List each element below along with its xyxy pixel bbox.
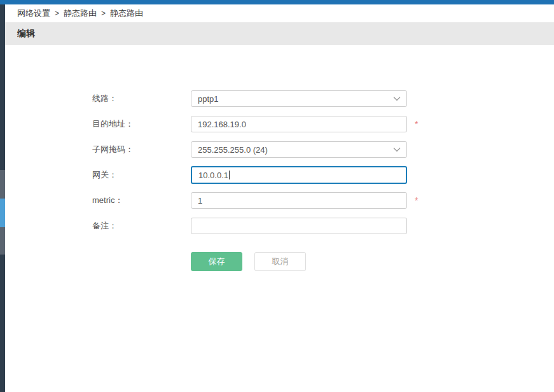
form-actions: 保存 取消: [5, 252, 554, 271]
breadcrumb-separator: >: [55, 9, 59, 18]
netmask-label: 子网掩码：: [92, 144, 191, 155]
sidebar-item-collapsed[interactable]: [0, 227, 5, 255]
text-cursor: [229, 171, 230, 179]
breadcrumb-separator: >: [101, 9, 106, 18]
chevron-down-icon: [392, 94, 401, 103]
sidebar-item-active[interactable]: [0, 199, 5, 227]
breadcrumb-item-static-route[interactable]: 静态路由: [64, 8, 97, 19]
breadcrumb-item-network-settings[interactable]: 网络设置: [17, 8, 50, 19]
line-select[interactable]: pptp1: [191, 90, 407, 107]
cancel-button[interactable]: 取消: [254, 252, 306, 271]
netmask-select-value: 255.255.255.0 (24): [198, 145, 268, 155]
chevron-down-icon: [392, 145, 401, 154]
metric-input[interactable]: [191, 192, 407, 209]
line-label: 线路：: [92, 93, 191, 104]
form-row-remark: 备注：: [5, 213, 554, 239]
collapsed-sidebar[interactable]: [0, 4, 5, 392]
destination-input[interactable]: [191, 116, 407, 132]
form-row-netmask: 子网掩码： 255.255.255.0 (24): [5, 137, 554, 162]
app-window: 网络设置 > 静态路由 > 静态路由 编辑 线路： pptp1 目的地址：: [0, 0, 554, 392]
required-marker: *: [415, 196, 418, 205]
main-content: 网络设置 > 静态路由 > 静态路由 编辑 线路： pptp1 目的地址：: [5, 4, 554, 392]
gateway-input[interactable]: 10.0.0.1: [191, 166, 407, 184]
top-accent-bar: [0, 0, 554, 4]
section-title: 编辑: [17, 28, 35, 39]
save-button[interactable]: 保存: [191, 252, 242, 271]
edit-static-route-form: 线路： pptp1 目的地址： * 子网掩码： 255.255.255.0 (2…: [5, 45, 554, 271]
breadcrumb: 网络设置 > 静态路由 > 静态路由: [5, 4, 554, 22]
gateway-label: 网关：: [92, 169, 191, 181]
breadcrumb-item-static-route-current[interactable]: 静态路由: [110, 8, 143, 19]
destination-label: 目的地址：: [92, 118, 191, 130]
netmask-select[interactable]: 255.255.255.0 (24): [191, 141, 407, 158]
sidebar-item-collapsed[interactable]: [0, 170, 5, 199]
section-header: 编辑: [5, 22, 554, 45]
form-row-line: 线路： pptp1: [5, 86, 554, 111]
form-row-destination: 目的地址： *: [5, 111, 554, 137]
line-select-value: pptp1: [198, 94, 219, 104]
required-marker: *: [415, 120, 418, 129]
remark-input[interactable]: [191, 218, 407, 234]
form-row-metric: metric： *: [5, 188, 554, 213]
metric-label: metric：: [92, 195, 191, 206]
form-row-gateway: 网关： 10.0.0.1: [5, 162, 554, 188]
remark-label: 备注：: [92, 220, 191, 232]
gateway-input-value: 10.0.0.1: [198, 171, 228, 180]
